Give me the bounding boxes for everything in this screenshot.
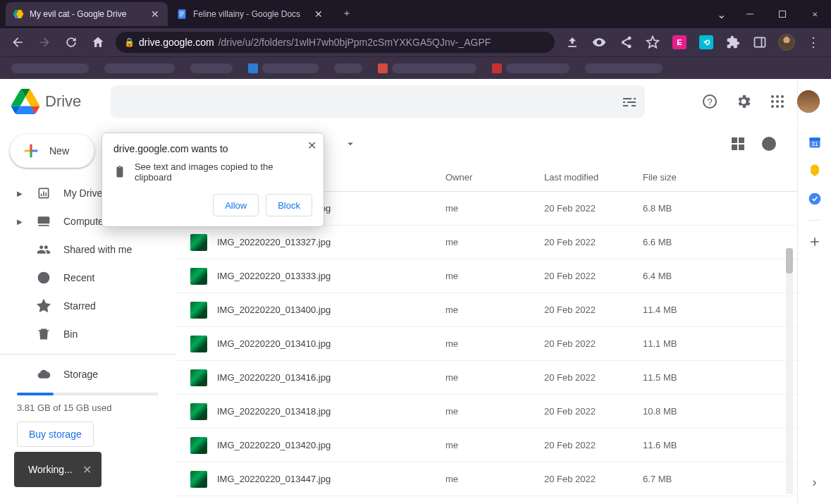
nav-recent[interactable]: Recent (0, 264, 176, 292)
install-app-icon[interactable] (560, 30, 584, 54)
browser-menu-button[interactable]: ⋮ (801, 30, 825, 54)
file-row[interactable]: IMG_20220220_013410.jpgme20 Feb 202211.1… (176, 327, 797, 361)
bookmark-item[interactable] (334, 62, 362, 75)
svg-rect-6 (180, 13, 185, 14)
chevron-down-icon (344, 137, 357, 150)
file-modified: 20 Feb 2022 (544, 305, 643, 315)
url-path: /drive/u/2/folders/1wlH7wh0bjPpm2cSmYXKG… (218, 37, 491, 48)
tasks-icon[interactable] (808, 192, 822, 206)
search-box[interactable] (111, 85, 645, 118)
drive-header: Drive ? (0, 79, 831, 124)
tab-close-icon[interactable]: ✕ (149, 8, 161, 20)
file-size: 10.8 MB (643, 406, 756, 417)
new-button[interactable]: New (10, 134, 94, 168)
file-owner: me (445, 237, 544, 247)
support-button[interactable]: ? (696, 87, 724, 116)
col-modified[interactable]: Last modified (544, 172, 643, 183)
permission-close-icon[interactable]: ✕ (307, 139, 316, 152)
file-name: IMG_20220220_013400.jpg (217, 305, 445, 315)
collapse-panel-button[interactable]: › (813, 475, 817, 490)
bookmark-item[interactable] (378, 62, 476, 75)
file-row[interactable]: IMG_20220220_013400.jpgme20 Feb 202211.4… (176, 293, 797, 327)
permission-body: See text and images copied to the clipbo… (135, 161, 312, 183)
expand-icon[interactable]: ▶ (17, 190, 24, 197)
file-row[interactable]: IMG_20220220_013333.jpgme20 Feb 20226.4 … (176, 259, 797, 293)
back-button[interactable] (6, 30, 30, 54)
file-name: IMG_20220220_013333.jpg (217, 271, 445, 281)
reload-button[interactable] (59, 30, 83, 54)
file-list[interactable]: IMG_20220220_013326.jpgme20 Feb 20226.8 … (176, 192, 797, 504)
bookmark-item[interactable] (104, 62, 175, 75)
sidepanel-toggle-icon[interactable] (748, 30, 772, 54)
computers-icon (37, 214, 51, 228)
col-owner[interactable]: Owner (445, 172, 544, 183)
bookmark-star-icon[interactable] (641, 30, 665, 54)
expand-icon[interactable]: ▶ (17, 218, 24, 226)
svg-point-17 (771, 100, 774, 103)
file-size: 11.6 MB (643, 440, 756, 450)
toast-close-icon[interactable]: ✕ (82, 463, 92, 477)
file-row[interactable]: IMG_20220220_013327.jpgme20 Feb 20226.6 … (176, 226, 797, 259)
file-modified: 20 Feb 2022 (544, 406, 643, 417)
extension-link-icon[interactable]: ⟲ (694, 30, 718, 54)
eye-icon[interactable] (587, 30, 611, 54)
svg-rect-26 (732, 145, 737, 150)
bookmark-item[interactable] (11, 62, 89, 75)
nav-storage[interactable]: Storage (0, 360, 176, 388)
browser-tabs: My evil cat - Google Drive ✕ Feline vill… (0, 0, 357, 28)
file-row[interactable]: IMG_20220220_013416.jpgme20 Feb 202211.5… (176, 361, 797, 395)
shared-icon (37, 242, 51, 257)
scrollbar[interactable] (786, 248, 793, 494)
file-owner: me (445, 305, 544, 315)
tab-search-icon[interactable]: ⌄ (708, 0, 734, 28)
file-size: 6.8 MB (643, 203, 756, 214)
window-close-button[interactable]: ✕ (799, 0, 831, 28)
file-row[interactable]: IMG_20220220_013447.jpgme20 Feb 20226.7 … (176, 462, 797, 496)
nav-shared[interactable]: Shared with me (0, 235, 176, 264)
account-avatar[interactable] (797, 90, 820, 113)
keep-icon[interactable] (808, 164, 822, 178)
folder-dropdown[interactable] (344, 137, 357, 150)
address-bar[interactable]: 🔒 drive.google.com/drive/u/2/folders/1wl… (116, 32, 555, 53)
svg-point-14 (771, 95, 774, 98)
file-size: 6.7 MB (643, 474, 756, 484)
forward-button[interactable] (32, 30, 56, 54)
file-name: IMG_20220220_013410.jpg (217, 338, 445, 349)
share-icon[interactable] (614, 30, 638, 54)
grid-view-button[interactable] (724, 130, 752, 158)
bookmark-item[interactable] (492, 62, 570, 75)
drive-app: Drive ? New ▶My Drive ▶Computers Shared … (0, 79, 831, 504)
nav-bin[interactable]: Bin (0, 320, 176, 348)
add-addon-icon[interactable] (808, 235, 822, 249)
browser-toolbar: 🔒 drive.google.com/drive/u/2/folders/1wl… (0, 28, 831, 56)
extensions-puzzle-icon[interactable] (721, 30, 745, 54)
col-size[interactable]: File size (643, 172, 756, 183)
file-row[interactable]: IMG_20220220_013418.jpgme20 Feb 202210.8… (176, 395, 797, 429)
drive-logo[interactable]: Drive (11, 87, 81, 116)
view-details-button[interactable] (755, 130, 783, 158)
buy-storage-button[interactable]: Buy storage (17, 422, 94, 447)
bookmark-item[interactable] (190, 62, 233, 75)
permission-allow-button[interactable]: Allow (213, 194, 259, 216)
permission-block-button[interactable]: Block (266, 194, 312, 216)
minimize-button[interactable] (734, 0, 766, 28)
browser-tab-inactive[interactable]: Feline villainy - Google Docs ✕ (169, 2, 331, 26)
bookmark-item[interactable] (585, 62, 663, 75)
tab-close-icon[interactable]: ✕ (313, 8, 324, 20)
bookmark-item[interactable] (248, 62, 319, 75)
bookmarks-bar (0, 56, 831, 79)
extension-e-icon[interactable]: E (667, 30, 691, 54)
file-size: 11.4 MB (643, 305, 756, 315)
profile-avatar[interactable] (775, 30, 799, 54)
new-tab-button[interactable]: ＋ (337, 4, 357, 23)
home-button[interactable] (86, 30, 110, 54)
calendar-icon[interactable]: 31 (808, 135, 822, 149)
svg-rect-24 (732, 137, 737, 143)
file-row[interactable]: IMG_20220220_013420.jpgme20 Feb 202211.6… (176, 429, 797, 462)
settings-button[interactable] (730, 87, 758, 116)
nav-starred[interactable]: Starred (0, 292, 176, 320)
apps-grid-button[interactable] (763, 87, 792, 116)
maximize-button[interactable] (766, 0, 799, 28)
browser-tab-active[interactable]: My evil cat - Google Drive ✕ (6, 2, 168, 26)
search-options-icon[interactable] (621, 93, 638, 110)
